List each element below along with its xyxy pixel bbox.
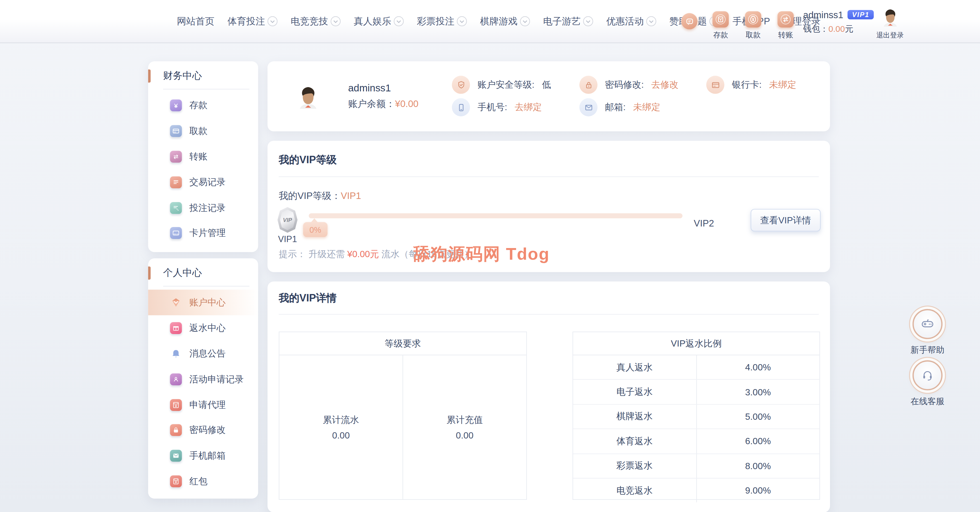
deposit-icon	[713, 11, 729, 27]
table-row: 体育返水6.00%	[573, 429, 819, 454]
chevron-down-icon	[583, 16, 593, 26]
nav-item-chess[interactable]: 棋牌游戏	[480, 15, 530, 27]
view-vip-details-button[interactable]: 查看VIP详情	[751, 209, 821, 231]
personal-center-card: 个人中心 账户中心 返水中心 消息公告 活动申请记录 申请代理	[148, 258, 258, 498]
nav-label: 电竞竞技	[291, 15, 328, 27]
gift-icon	[170, 322, 182, 334]
hint-prefix: 提示： 升级还需	[279, 249, 347, 259]
finance-center-card: 财务中心 存款 取款 转账 交易记录 投注记录	[148, 61, 258, 252]
chevron-down-icon	[331, 16, 340, 26]
nav-item-slots[interactable]: 电子游艺	[543, 15, 593, 27]
header-quick-actions: 存款 取款 转账	[707, 11, 799, 41]
divider	[163, 286, 249, 286]
chevron-down-icon	[457, 16, 467, 26]
vip-detail-card: 我的VIP详情 等级要求 累计流水 0.00 累计充值 0.00 VIP返水比例…	[267, 282, 830, 512]
nav-item-home[interactable]: 网站首页	[177, 15, 215, 27]
password-change-cell: 密码修改: 去修改	[579, 76, 678, 94]
sidebar-item-withdraw[interactable]: 取款	[148, 118, 258, 144]
avatar	[297, 85, 319, 109]
transfer-button[interactable]: 转账	[772, 11, 799, 41]
vip-card-title: 我的VIP等级	[279, 153, 337, 167]
table-row: 真人返水4.00%	[573, 355, 819, 380]
header-right: 存款 取款 转账 adminss1 VIP1 钱包：0.00元	[678, 0, 978, 43]
vip-gem-badge: VIP	[278, 207, 298, 233]
balance-value: ¥0.00	[395, 98, 418, 109]
sidebar-item-label: 交易记录	[189, 176, 226, 188]
vip-detail-title: 我的VIP详情	[279, 292, 337, 305]
sidebar-item-bet-records[interactable]: 投注记录	[148, 195, 258, 220]
sidebar-item-notices[interactable]: 消息公告	[148, 341, 258, 367]
sidebar-item-label: 申请代理	[189, 399, 226, 411]
deposit-button[interactable]: 存款	[707, 11, 735, 41]
sidebar-item-change-password[interactable]: 密码修改	[148, 418, 258, 443]
rebate-label: 电竞返水	[573, 479, 696, 502]
profile-balance: 账户余额：¥0.00	[348, 98, 418, 110]
sidebar-item-red-packet[interactable]: 红包	[148, 469, 258, 494]
nav-item-promos[interactable]: 优惠活动	[606, 15, 656, 27]
avatar	[881, 7, 899, 27]
bind-email-link[interactable]: 未绑定	[633, 101, 660, 113]
bind-bank-card-link[interactable]: 未绑定	[769, 79, 796, 91]
gamepad-icon	[913, 309, 943, 339]
personal-title-row: 个人中心	[148, 258, 258, 286]
card-manage-icon	[170, 227, 182, 239]
mail-icon	[579, 98, 597, 116]
withdraw-icon	[745, 11, 761, 27]
newbie-help-label: 新手帮助	[907, 345, 947, 356]
change-password-link[interactable]: 去修改	[651, 79, 679, 91]
rebate-value: 9.00%	[696, 479, 819, 502]
wallet-label: 钱包：	[803, 24, 828, 34]
nav-label: 真人娱乐	[354, 15, 391, 27]
sidebar-item-apply-agent[interactable]: 申请代理	[148, 392, 258, 418]
sidebar-item-transactions[interactable]: 交易记录	[148, 169, 258, 195]
logout-button[interactable]: 退出登录	[876, 31, 904, 40]
rebate-label: 电子返水	[573, 380, 696, 404]
email-bind-cell: 邮箱: 未绑定	[579, 98, 660, 116]
online-service-widget[interactable]: 在线客服	[907, 360, 947, 407]
bind-phone-link[interactable]: 去绑定	[515, 101, 542, 113]
withdraw-icon	[170, 125, 182, 137]
online-service-label: 在线客服	[907, 396, 947, 407]
nav-item-live[interactable]: 真人娱乐	[354, 15, 404, 27]
withdraw-button[interactable]: 取款	[739, 11, 767, 41]
sidebar-item-phone-email[interactable]: 手机邮箱	[148, 443, 258, 469]
chevron-down-icon	[646, 16, 656, 26]
wallet-amount: 0.00	[829, 24, 845, 34]
nav-label: 优惠活动	[606, 15, 644, 27]
sidebar-item-account-center[interactable]: 账户中心	[148, 289, 258, 315]
rebate-label: 真人返水	[573, 355, 696, 380]
phone-bind-cell: 手机号: 去绑定	[452, 98, 542, 116]
sidebar-item-label: 卡片管理	[189, 227, 226, 239]
nav-item-lottery[interactable]: 彩票投注	[417, 15, 467, 27]
hint-amount: ¥0.00元	[347, 249, 379, 259]
page: 网站首页 体育投注 电竞竞技 真人娱乐 彩票投注 棋牌游戏 电子游艺 优惠活动 …	[0, 0, 980, 512]
red-packet-icon	[170, 475, 182, 487]
vip-rebate-table: VIP返水比例 真人返水4.00% 电子返水3.00% 棋牌返水5.00% 体育…	[573, 332, 820, 500]
message-icon[interactable]	[681, 13, 697, 29]
table-row: 电竞返水9.00%	[573, 479, 819, 502]
table-row: 彩票返水8.00%	[573, 454, 819, 479]
security-label: 手机号:	[477, 101, 507, 113]
wallet-line: 钱包：0.00元	[803, 24, 873, 35]
sidebar-item-label: 取款	[189, 125, 208, 137]
lock-icon	[579, 76, 597, 94]
sidebar-item-activity-records[interactable]: 活动申请记录	[148, 367, 258, 392]
requirements-body: 累计流水 0.00 累计充值 0.00	[279, 355, 526, 499]
nav-item-sports[interactable]: 体育投注	[228, 15, 277, 27]
sidebar-item-label: 存款	[189, 99, 208, 111]
bet-records-icon	[170, 202, 182, 214]
sidebar-item-card-manage[interactable]: 卡片管理	[148, 220, 258, 246]
sidebar-item-deposit[interactable]: 存款	[148, 93, 258, 118]
sidebar-item-label: 账户中心	[189, 297, 226, 308]
nav-item-esports[interactable]: 电竞竞技	[291, 15, 340, 27]
vip-level-line: 我的VIP等级：VIP1	[279, 190, 361, 202]
person-icon	[170, 373, 182, 385]
sidebar-item-transfer[interactable]: 转账	[148, 144, 258, 169]
sidebar-item-rebate-center[interactable]: 返水中心	[148, 315, 258, 341]
balance-label: 账户余额：	[348, 98, 395, 109]
sidebar-item-label: 活动申请记录	[189, 373, 244, 385]
headset-icon	[913, 360, 943, 391]
divider	[163, 89, 249, 89]
newbie-help-widget[interactable]: 新手帮助	[907, 309, 947, 356]
table-row: 电子返水3.00%	[573, 380, 819, 405]
